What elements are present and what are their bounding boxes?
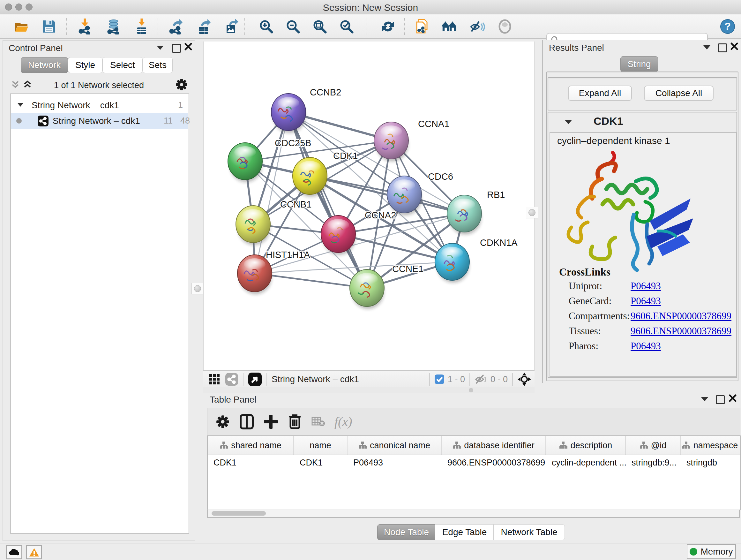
network-graph[interactable]: CCNB2CCNA1CDC25BCDK1CDC6RB1CCNB1CCNA2HIS… [204,42,534,370]
network-node-CCNA1[interactable]: CCNA1 [374,119,449,162]
hide-selected-button[interactable] [470,19,485,34]
collapse-all-button[interactable]: Collapse All [644,85,714,101]
network-collection-row[interactable]: String Network – cdk1 1 [10,99,189,113]
tab-style[interactable]: Style [68,57,103,73]
float-panel-icon[interactable] [716,395,725,404]
crosslink-value-link[interactable]: P06493 [630,340,661,352]
cell-id[interactable]: stringdb:9... [626,455,681,470]
first-neighbors-button[interactable] [442,19,457,34]
save-session-button[interactable] [42,19,57,34]
export-network-button[interactable] [169,19,184,34]
cell-namespace[interactable]: stringdb [681,455,739,470]
cell-description[interactable]: cyclin-dependent ... [546,455,626,470]
network-node-CCNE1[interactable]: CCNE1 [350,264,423,309]
network-canvas[interactable]: CCNB2CCNA1CDC25BCDK1CDC6RB1CCNB1CCNA2HIS… [203,42,535,370]
export-table-button[interactable] [197,19,212,34]
table-row[interactable]: CDK1 CDK1 P06493 9606.ENSP00000378699 cy… [208,455,740,470]
tab-string-results[interactable]: String [620,56,658,72]
open-session-button[interactable] [14,19,29,34]
collapse-panel-icon[interactable] [157,46,164,50]
close-panel-icon[interactable] [184,43,192,51]
network-row-selected[interactable]: String Network – cdk1 11 48 [11,113,188,129]
crosslink-value-link[interactable]: 9606.ENSP00000378699 [630,325,731,337]
control-panel: Control Panel Network Style Select Sets … [3,40,195,541]
import-network-file-button[interactable] [78,19,93,34]
table-settings-gear-icon[interactable] [216,415,230,429]
show-all-button[interactable] [497,19,513,34]
network-node-CCNA2[interactable]: CCNA2 [321,210,396,255]
pan-crosshair-icon[interactable] [517,372,531,386]
cloud-status-button[interactable] [6,545,22,559]
memory-button[interactable]: Memory [687,544,736,559]
collapse-panel-icon[interactable] [703,45,711,50]
column-header[interactable]: canonical name [347,436,442,455]
collection-expand-icon[interactable] [17,103,23,107]
node-label-CCNA1: CCNA1 [418,119,449,129]
crosslink-row: Tissues: 9606.ENSP00000378699 [550,325,736,340]
export-image-button[interactable] [224,19,239,34]
right-splitter-handle[interactable] [526,207,538,219]
splitter-grip-dot[interactable] [469,388,473,392]
column-header[interactable]: database identifier [442,436,546,455]
column-header[interactable]: description [546,436,626,455]
cell-canonical-name[interactable]: P06493 [347,455,442,470]
hscrollbar-thumb[interactable] [212,511,266,516]
add-column-icon[interactable] [264,414,278,429]
collapse-panel-icon[interactable] [701,397,708,401]
node-label-CCNA2: CCNA2 [365,210,396,220]
network-node-CDKN1A[interactable]: CDKN1A [435,238,518,283]
tab-network-table[interactable]: Network Table [493,524,565,540]
cell-shared-name[interactable]: CDK1 [208,455,294,470]
show-columns-icon[interactable] [239,414,254,429]
left-splitter-handle[interactable] [192,283,204,294]
close-panel-icon[interactable] [729,394,737,402]
import-table-file-button[interactable] [135,19,150,34]
float-panel-icon[interactable] [172,44,181,53]
delete-column-trash-icon[interactable] [288,414,302,429]
network-node-RB1[interactable]: RB1 [447,190,505,235]
tab-network[interactable]: Network [21,57,68,73]
fit-content-icon [312,19,327,34]
crosslink-value-link[interactable]: 9606.ENSP00000378699 [630,310,731,322]
protein-expand-icon[interactable] [565,120,572,124]
column-header[interactable]: namespace [681,436,739,455]
column-header[interactable]: name [294,436,347,455]
table-hscrollbar[interactable] [207,509,740,518]
hidden-eye-icon[interactable] [475,374,487,385]
table-toolbar: f(x) [207,408,740,435]
string-view-icon[interactable] [225,373,239,386]
help-button[interactable]: ? [720,19,735,34]
network-node-CDK1[interactable]: CDK1 [293,151,358,197]
cell-name[interactable]: CDK1 [294,455,347,470]
zoom-out-button[interactable] [285,19,300,34]
close-panel-icon[interactable] [730,42,738,51]
tab-edge-table[interactable]: Edge Table [435,524,494,540]
cell-database-identifier[interactable]: 9606.ENSP00000378699 [442,455,546,470]
zoom-in-button[interactable] [259,19,274,34]
export-network-icon [169,18,184,35]
selected-checkbox-icon[interactable] [434,374,445,384]
column-header[interactable]: @id [626,436,681,455]
refresh-view-button[interactable] [381,19,396,34]
float-panel-icon[interactable] [718,44,727,52]
duplicate-network-button[interactable] [414,19,429,34]
import-network-database-button[interactable] [106,19,121,34]
crosslink-value-link[interactable]: P06493 [630,280,661,292]
expand-all-button[interactable]: Expand All [568,85,632,101]
network-node-CCNB2[interactable]: CCNB2 [271,87,341,133]
column-header[interactable]: shared name [208,436,294,455]
zoom-selected-button[interactable] [339,19,354,34]
crosslink-value-link[interactable]: P06493 [630,295,661,307]
tab-select[interactable]: Select [103,57,143,73]
tab-node-table[interactable]: Node Table [377,524,435,540]
main-toolbar: ? [0,14,741,39]
network-options-gear-icon[interactable] [175,78,188,91]
birdseye-view-icon[interactable] [248,372,262,386]
warning-status-button[interactable] [26,545,42,559]
toolbar-separator [404,18,405,35]
fit-content-button[interactable] [312,19,327,34]
horizontal-splitter[interactable] [203,387,535,393]
grid-mode-icon[interactable] [208,373,220,385]
network-edge-count: 48 [180,116,190,126]
tab-sets[interactable]: Sets [143,57,173,73]
